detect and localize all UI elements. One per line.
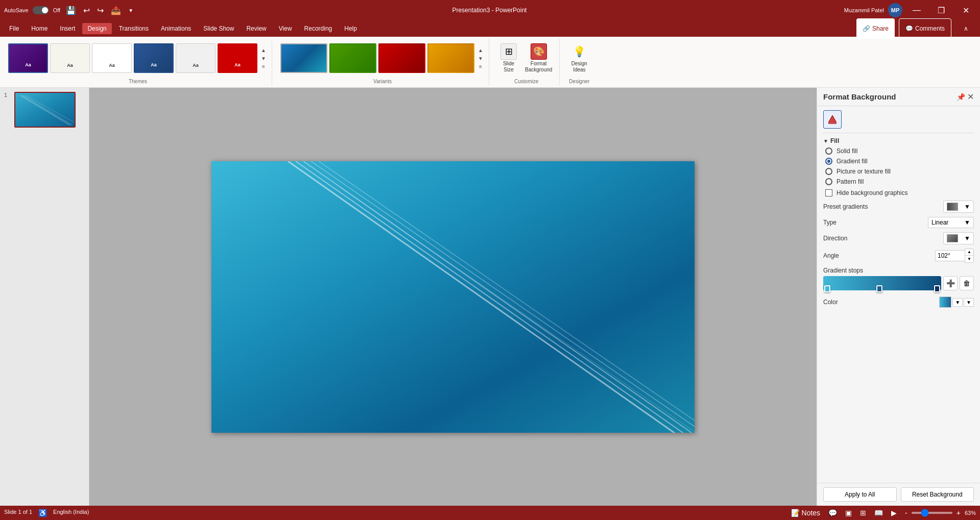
canvas-area[interactable] (89, 88, 817, 506)
color-swatch[interactable] (939, 296, 951, 308)
comments-status-button[interactable]: 💬 (826, 508, 839, 518)
slide-canvas[interactable] (211, 161, 695, 433)
color-dropdown[interactable]: ▼ (952, 298, 963, 307)
reading-view-button[interactable]: 📖 (872, 508, 885, 518)
slide-sorter-button[interactable]: ⊞ (858, 508, 868, 518)
themes-label: Themes (8, 78, 268, 85)
autosave-toggle[interactable] (33, 6, 49, 14)
design-ideas-button[interactable]: 💡 DesignIdeas (568, 41, 590, 75)
type-arrow: ▼ (964, 219, 970, 226)
slide-size-button[interactable]: ⊞ Slide Size (497, 41, 520, 75)
variant-4[interactable] (427, 43, 474, 73)
fill-icon-button[interactable] (823, 110, 842, 129)
slideshow-view-button[interactable]: ▶ (889, 508, 899, 518)
theme-4[interactable]: Aa (134, 43, 174, 73)
gradient-fill-label: Gradient fill (836, 158, 868, 165)
panel-icon-row (823, 110, 974, 129)
accessibility-icon[interactable]: ♿ (38, 509, 47, 517)
zoom-bar: - + 63% (903, 508, 976, 518)
reset-background-button[interactable]: Reset Background (901, 487, 974, 502)
format-background-ribbon-button[interactable]: 🎨 FormatBackground (522, 41, 555, 75)
gradient-stop-3[interactable] (934, 285, 940, 292)
variants-scroll-down[interactable]: ▼ (476, 55, 485, 62)
pattern-fill-circle (825, 178, 832, 185)
minimize-button[interactable]: — (906, 0, 927, 20)
panel-header: Format Background 📌 ✕ (817, 88, 980, 106)
type-row: Type Linear ▼ (823, 217, 974, 228)
close-button[interactable]: ✕ (955, 0, 976, 20)
notes-button[interactable]: 📝 Notes (789, 508, 822, 518)
slide-item-1[interactable]: 1 (4, 92, 85, 128)
theme-2[interactable]: Aa (50, 43, 90, 73)
export-icon[interactable]: 📤 (109, 6, 123, 15)
menu-design[interactable]: Design (82, 23, 111, 34)
zoom-in-button[interactable]: + (954, 508, 963, 518)
slide-thumbnail-1[interactable] (14, 92, 76, 128)
add-gradient-stop-button[interactable]: ➕ (943, 276, 958, 290)
angle-up[interactable]: ▲ (965, 249, 973, 256)
menu-animations[interactable]: Animations (156, 23, 196, 34)
menu-file[interactable]: File (4, 23, 24, 34)
hide-bg-label: Hide background graphics (836, 189, 907, 196)
save-icon[interactable]: 💾 (64, 6, 78, 15)
menu-review[interactable]: Review (241, 23, 271, 34)
color-transparency-dropdown[interactable]: ▼ (964, 298, 974, 307)
remove-gradient-stop-button[interactable]: 🗑 (960, 276, 974, 290)
user-avatar[interactable]: MP (888, 3, 902, 17)
zoom-slider[interactable] (912, 512, 952, 514)
angle-input[interactable] (935, 250, 965, 261)
direction-arrow: ▼ (964, 235, 970, 242)
panel-pin-button[interactable]: 📌 (957, 93, 965, 101)
solid-fill-radio[interactable]: Solid fill (825, 147, 974, 155)
normal-view-button[interactable]: ▣ (843, 508, 854, 518)
gradient-stop-2[interactable] (876, 285, 882, 292)
slide-panel: 1 (0, 88, 89, 506)
theme-6[interactable]: Aa (218, 43, 257, 73)
restore-button[interactable]: ❐ (931, 0, 951, 20)
themes-scroll-down[interactable]: ▼ (259, 55, 268, 62)
apply-to-all-button[interactable]: Apply to All (823, 487, 897, 502)
menu-help[interactable]: Help (339, 23, 362, 34)
picture-texture-fill-radio[interactable]: Picture or texture fill (825, 168, 974, 175)
redo-icon[interactable]: ↪ (95, 6, 105, 15)
theme-3[interactable]: Aa (92, 43, 132, 73)
svg-rect-4 (211, 161, 695, 433)
variants-more[interactable]: ≡ (476, 63, 485, 70)
qa-dropdown-icon[interactable]: ▼ (127, 8, 135, 13)
ribbon-collapse-button[interactable]: ∧ (955, 18, 976, 39)
menu-view[interactable]: View (274, 23, 297, 34)
menu-recording[interactable]: Recording (299, 23, 338, 34)
themes-more[interactable]: ≡ (259, 63, 268, 70)
variant-1[interactable] (280, 43, 327, 73)
undo-icon[interactable]: ↩ (82, 6, 91, 15)
pattern-fill-radio[interactable]: Pattern fill (825, 178, 974, 185)
hide-bg-graphics-checkbox[interactable]: Hide background graphics (823, 189, 974, 196)
type-dropdown[interactable]: Linear ▼ (928, 217, 974, 228)
angle-label: Angle (823, 252, 839, 259)
direction-row: Direction ▼ (823, 232, 974, 244)
status-bar: Slide 1 of 1 ♿ English (India) 📝 Notes 💬… (0, 506, 980, 520)
gradient-bar[interactable] (823, 276, 941, 290)
variant-3[interactable] (378, 43, 425, 73)
fill-section-header[interactable]: ▼ Fill (823, 137, 974, 144)
variants-label: Variants (280, 78, 485, 85)
variant-2[interactable] (329, 43, 376, 73)
direction-dropdown[interactable]: ▼ (943, 232, 974, 244)
menu-insert[interactable]: Insert (55, 23, 80, 34)
theme-1[interactable]: Aa (8, 43, 48, 73)
panel-close-button[interactable]: ✕ (967, 92, 974, 102)
gradient-fill-radio[interactable]: Gradient fill (825, 158, 974, 165)
theme-5[interactable]: Aa (176, 43, 216, 73)
themes-scroll-up[interactable]: ▲ (259, 46, 268, 54)
zoom-out-button[interactable]: - (903, 508, 910, 518)
angle-down[interactable]: ▼ (965, 256, 973, 262)
designer-label: Designer (568, 78, 590, 85)
menu-home[interactable]: Home (26, 23, 53, 34)
menu-slideshow[interactable]: Slide Show (198, 23, 239, 34)
menu-transitions[interactable]: Transitions (114, 23, 154, 34)
gradient-stop-1[interactable] (824, 285, 830, 292)
comments-button[interactable]: 💬 Comments (899, 18, 951, 39)
preset-gradients-dropdown[interactable]: ▼ (943, 201, 974, 213)
variants-scroll-up[interactable]: ▲ (476, 46, 485, 54)
share-button[interactable]: 🔗 Share (856, 18, 895, 39)
